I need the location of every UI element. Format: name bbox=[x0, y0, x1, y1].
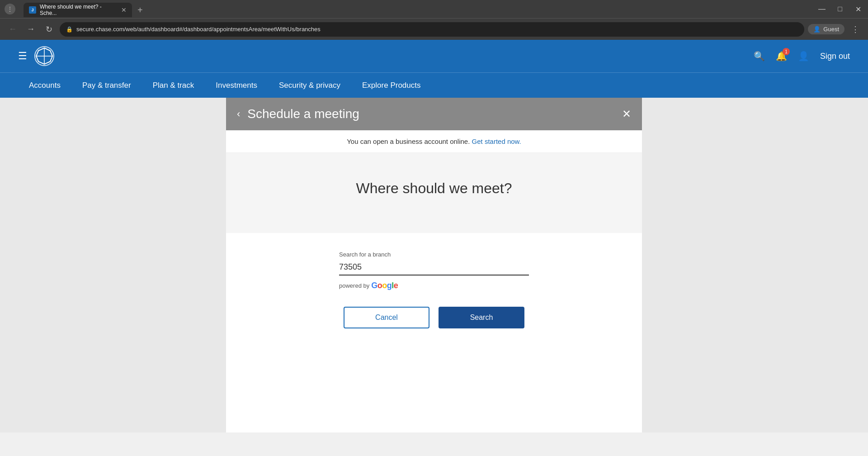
tab-group-button[interactable]: ⋮ bbox=[5, 4, 15, 14]
tab-favicon: J bbox=[29, 6, 36, 14]
nav-security-privacy[interactable]: Security & privacy bbox=[268, 73, 351, 98]
button-row: Cancel Search bbox=[344, 307, 524, 328]
hamburger-menu-button[interactable]: ☰ bbox=[18, 50, 27, 62]
nav-explore-products[interactable]: Explore Products bbox=[351, 73, 431, 98]
nav-investments[interactable]: Investments bbox=[205, 73, 268, 98]
profile-label: Guest bbox=[823, 26, 839, 33]
security-lock-icon: 🔒 bbox=[66, 26, 73, 33]
profile-button[interactable]: 👤 Guest bbox=[808, 24, 844, 34]
panel-close-button[interactable]: ✕ bbox=[622, 108, 631, 120]
nav-pay-transfer[interactable]: Pay & transfer bbox=[71, 73, 142, 98]
sign-out-button[interactable]: Sign out bbox=[820, 52, 850, 61]
close-window-button[interactable]: ✕ bbox=[853, 4, 863, 14]
url-text: secure.chase.com/web/auth/dashboard#/das… bbox=[76, 26, 798, 33]
chase-logo[interactable] bbox=[34, 46, 54, 66]
back-button[interactable]: ← bbox=[5, 22, 20, 37]
tab-title: Where should we meet? - Sche... bbox=[40, 4, 118, 16]
form-section: Where should we meet? Search for a branc… bbox=[226, 153, 642, 424]
powered-by-text: powered by Google bbox=[339, 281, 398, 290]
minimize-button[interactable]: — bbox=[816, 4, 827, 14]
where-heading: Where should we meet? bbox=[338, 153, 530, 233]
powered-by-label: powered by bbox=[339, 282, 369, 289]
branch-search-input[interactable] bbox=[339, 260, 529, 276]
user-icon: 👤 bbox=[798, 51, 809, 61]
notification-badge: 1 bbox=[783, 48, 790, 55]
search-input-wrapper bbox=[339, 260, 529, 276]
browser-toolbar: ← → ↻ 🔒 secure.chase.com/web/auth/dashbo… bbox=[0, 18, 868, 40]
chase-nav: Accounts Pay & transfer Plan & track Inv… bbox=[0, 72, 868, 98]
browser-chrome: ⋮ J Where should we meet? - Sche... ✕ + … bbox=[0, 0, 868, 40]
chase-header: ☰ 🔍 🔔 1 👤 Sign out bbox=[0, 40, 868, 72]
main-content: ‹ Schedule a meeting ✕ You can open a bu… bbox=[0, 98, 868, 432]
maximize-button[interactable]: □ bbox=[835, 4, 845, 14]
panel-back-button[interactable]: ‹ bbox=[237, 108, 240, 120]
panel-title: Schedule a meeting bbox=[247, 107, 615, 121]
search-button[interactable]: Search bbox=[439, 307, 524, 328]
tab-close-button[interactable]: ✕ bbox=[121, 7, 127, 13]
forward-button[interactable]: → bbox=[24, 22, 38, 37]
window-controls: — □ ✕ bbox=[816, 4, 863, 14]
notifications-button[interactable]: 🔔 1 bbox=[776, 51, 787, 62]
reload-button[interactable]: ↻ bbox=[42, 22, 56, 37]
address-bar[interactable]: 🔒 secure.chase.com/web/auth/dashboard#/d… bbox=[60, 22, 804, 37]
chase-logo-svg bbox=[35, 47, 53, 65]
schedule-panel: ‹ Schedule a meeting ✕ You can open a bu… bbox=[226, 98, 642, 432]
browser-title-bar: ⋮ J Where should we meet? - Sche... ✕ + … bbox=[0, 0, 868, 18]
panel-header: ‹ Schedule a meeting ✕ bbox=[226, 98, 642, 130]
nav-accounts[interactable]: Accounts bbox=[18, 73, 71, 98]
extensions-button[interactable]: ⋮ bbox=[848, 22, 863, 37]
info-banner: You can open a business account online. … bbox=[226, 130, 642, 153]
header-right: 🔍 🔔 1 👤 Sign out bbox=[754, 51, 850, 62]
profile-icon: 👤 bbox=[813, 26, 821, 33]
active-tab[interactable]: J Where should we meet? - Sche... ✕ bbox=[24, 3, 132, 17]
cancel-button[interactable]: Cancel bbox=[344, 307, 429, 328]
search-label: Search for a branch bbox=[339, 251, 391, 258]
tab-area: J Where should we meet? - Sche... ✕ + bbox=[19, 1, 151, 17]
nav-plan-track[interactable]: Plan & track bbox=[142, 73, 205, 98]
account-button[interactable]: 👤 bbox=[798, 51, 809, 62]
search-form-area: Search for a branch powered by Google Ca… bbox=[226, 233, 642, 424]
new-tab-button[interactable]: + bbox=[134, 3, 146, 17]
google-logo: Google bbox=[371, 281, 398, 290]
search-button[interactable]: 🔍 bbox=[754, 51, 765, 62]
info-text: You can open a business account online. bbox=[347, 138, 470, 145]
search-icon: 🔍 bbox=[754, 51, 765, 61]
get-started-link[interactable]: Get started now. bbox=[472, 138, 521, 145]
